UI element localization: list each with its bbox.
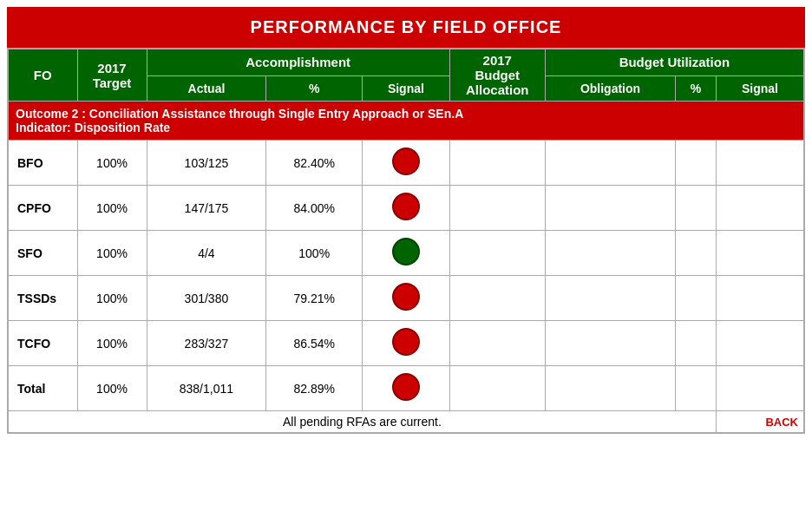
target-cell: 100%: [77, 276, 147, 321]
performance-table: FO 2017 Target Accomplishment 2017 Budge…: [7, 48, 805, 434]
signal-cell: [363, 141, 450, 186]
percent-cell: 86.54%: [266, 321, 363, 366]
fo-cell: CPFO: [8, 186, 77, 231]
percent-cell: 100%: [266, 231, 363, 276]
util-signal-cell: [716, 141, 804, 186]
signal-cell: [363, 321, 450, 366]
obligation-cell: [545, 321, 676, 366]
actual-cell: 301/380: [147, 276, 266, 321]
col-actual: Actual: [147, 75, 266, 101]
col-budget-alloc: 2017 Budget Allocation: [449, 49, 545, 102]
util-signal-cell: [716, 231, 804, 276]
fo-cell: BFO: [8, 141, 77, 186]
fo-cell: Total: [8, 366, 77, 411]
budget-cell: [449, 141, 545, 186]
obligation-cell: [545, 141, 676, 186]
util-signal-cell: [716, 186, 804, 231]
actual-cell: 283/327: [147, 321, 266, 366]
util-signal-cell: [716, 366, 804, 411]
obligation-cell: [545, 231, 676, 276]
signal-circle-green: [392, 238, 420, 266]
col-signal: Signal: [363, 75, 450, 101]
signal-circle-red: [392, 328, 420, 356]
target-cell: 100%: [77, 186, 147, 231]
signal-cell: [363, 186, 450, 231]
target-cell: 100%: [77, 321, 147, 366]
page-container: PERFORMANCE BY FIELD OFFICE FO 2017 Targ…: [0, 0, 812, 441]
outcome-row: Outcome 2 : Conciliation Assistance thro…: [8, 102, 804, 141]
actual-cell: 838/1,011: [147, 366, 266, 411]
table-row: Total100%838/1,01182.89%: [8, 366, 804, 411]
util-signal-cell: [716, 321, 804, 366]
percent-cell: 82.89%: [266, 366, 363, 411]
util-pct-cell: [676, 366, 717, 411]
util-pct-cell: [676, 276, 717, 321]
indicator-text: Indicator: Disposition Rate: [16, 121, 170, 134]
obligation-cell: [545, 276, 676, 321]
table-row: CPFO100%147/17584.00%: [8, 186, 804, 231]
table-row: BFO100%103/12582.40%: [8, 141, 804, 186]
table-row: TSSDs100%301/38079.21%: [8, 276, 804, 321]
percent-cell: 84.00%: [266, 186, 363, 231]
fo-cell: TSSDs: [8, 276, 77, 321]
page-title: PERFORMANCE BY FIELD OFFICE: [7, 7, 805, 48]
signal-circle-red: [392, 373, 420, 401]
col-util-percent: %: [676, 75, 717, 101]
col-percent: %: [266, 75, 363, 101]
obligation-cell: [545, 366, 676, 411]
budget-cell: [449, 321, 545, 366]
footer-row: All pending RFAs are current. BACK: [8, 411, 804, 434]
budget-cell: [449, 186, 545, 231]
table-row: SFO100%4/4100%: [8, 231, 804, 276]
budget-cell: [449, 366, 545, 411]
col-accomplishment: Accomplishment: [147, 49, 449, 75]
col-fo: FO: [8, 49, 77, 102]
fo-cell: SFO: [8, 231, 77, 276]
actual-cell: 4/4: [147, 231, 266, 276]
table-row: TCFO100%283/32786.54%: [8, 321, 804, 366]
signal-circle-red: [392, 283, 420, 311]
budget-cell: [449, 231, 545, 276]
footer-note: All pending RFAs are current.: [8, 411, 716, 434]
util-pct-cell: [676, 186, 717, 231]
budget-cell: [449, 276, 545, 321]
actual-cell: 147/175: [147, 186, 266, 231]
target-cell: 100%: [77, 366, 147, 411]
col-util-signal: Signal: [716, 75, 804, 101]
fo-cell: TCFO: [8, 321, 77, 366]
signal-cell: [363, 366, 450, 411]
percent-cell: 79.21%: [266, 276, 363, 321]
col-obligation: Obligation: [545, 75, 676, 101]
signal-circle-red: [392, 148, 420, 175]
util-pct-cell: [676, 231, 717, 276]
actual-cell: 103/125: [147, 141, 266, 186]
back-button[interactable]: BACK: [716, 411, 804, 434]
signal-cell: [363, 276, 450, 321]
util-pct-cell: [676, 141, 717, 186]
util-pct-cell: [676, 321, 717, 366]
signal-circle-red: [392, 193, 420, 220]
obligation-cell: [545, 186, 676, 231]
col-target: 2017 Target: [77, 49, 147, 102]
percent-cell: 82.40%: [266, 141, 363, 186]
target-cell: 100%: [77, 231, 147, 276]
util-signal-cell: [716, 276, 804, 321]
outcome-text: Outcome 2 : Conciliation Assistance thro…: [16, 107, 463, 121]
signal-cell: [363, 231, 450, 276]
col-budget-util: Budget Utilization: [545, 49, 804, 75]
target-cell: 100%: [77, 141, 147, 186]
